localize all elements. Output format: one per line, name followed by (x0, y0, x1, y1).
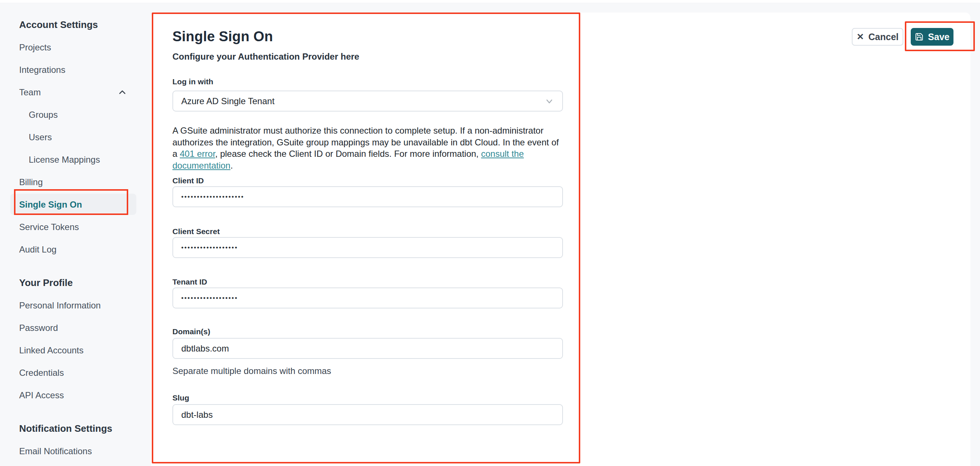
domains-helper-text: Separate multiple domains with commas (172, 366, 331, 376)
slug-label: Slug (172, 393, 189, 402)
tenant-id-value: •••••••••••••••••• (181, 295, 238, 302)
tenant-id-field[interactable]: •••••••••••••••••• (172, 287, 563, 309)
sidebar-item-email-notifications[interactable]: Email Notifications (0, 440, 151, 462)
domains-label: Domain(s) (172, 327, 210, 336)
client-secret-label: Client Secret (172, 227, 220, 236)
sidebar-item-audit-log[interactable]: Audit Log (0, 238, 151, 261)
client-secret-value: •••••••••••••••••• (181, 244, 238, 251)
link-401-error[interactable]: 401 error (180, 149, 215, 159)
sidebar-item-billing[interactable]: Billing (0, 171, 151, 193)
sidebar-section-notification-settings: Notification Settings (0, 417, 151, 440)
slug-field[interactable]: dbt-labs (172, 404, 563, 425)
sidebar-item-integrations[interactable]: Integrations (0, 59, 151, 81)
sidebar-item-api-access[interactable]: API Access (0, 384, 151, 406)
save-button[interactable]: Save (911, 28, 953, 46)
sidebar-item-groups[interactable]: Groups (0, 103, 151, 126)
domains-field[interactable]: dbtlabs.com (172, 338, 563, 359)
chevron-up-icon (118, 88, 127, 97)
provider-note: A GSuite administrator must authorize th… (172, 125, 565, 171)
sidebar-item-credentials[interactable]: Credentials (0, 361, 151, 384)
sidebar-item-service-tokens[interactable]: Service Tokens (0, 216, 151, 238)
settings-sidebar: Account Settings Projects Integrations T… (0, 4, 151, 466)
client-secret-field[interactable]: •••••••••••••••••• (172, 237, 563, 258)
login-with-label: Log in with (172, 77, 213, 86)
sidebar-section-account-settings: Account Settings (0, 14, 151, 36)
domains-value: dbtlabs.com (181, 344, 229, 354)
sidebar-item-team[interactable]: Team (0, 81, 151, 103)
sidebar-item-users[interactable]: Users (0, 126, 151, 148)
tenant-id-label: Tenant ID (172, 277, 207, 286)
single-sign-on-panel: Single Sign On Configure your Authentica… (151, 13, 970, 466)
sidebar-item-linked-accounts[interactable]: Linked Accounts (0, 339, 151, 361)
slug-value: dbt-labs (181, 410, 213, 420)
sidebar-item-single-sign-on[interactable]: Single Sign On (0, 193, 151, 216)
cancel-button[interactable]: ✕ Cancel (852, 28, 904, 46)
cancel-button-label: Cancel (869, 32, 899, 42)
save-icon (915, 32, 924, 41)
section-title: Account Settings (19, 19, 98, 30)
account-settings-page: Account Settings Projects Integrations T… (0, 4, 980, 466)
client-id-label: Client ID (172, 176, 204, 185)
sidebar-item-password[interactable]: Password (0, 317, 151, 339)
sidebar-item-license-mappings[interactable]: License Mappings (0, 148, 151, 171)
note-text: . (230, 160, 233, 170)
section-title: Your Profile (19, 277, 73, 288)
top-header-strip (0, 0, 980, 3)
sidebar-section-your-profile: Your Profile (0, 272, 151, 294)
close-icon: ✕ (857, 32, 864, 41)
login-with-value: Azure AD Single Tenant (181, 96, 274, 106)
page-title: Single Sign On (172, 29, 273, 44)
client-id-field[interactable]: •••••••••••••••••••• (172, 186, 563, 207)
section-title: Notification Settings (19, 423, 112, 434)
login-with-select[interactable]: Azure AD Single Tenant (172, 90, 563, 111)
client-id-value: •••••••••••••••••••• (181, 193, 244, 201)
sidebar-item-personal-information[interactable]: Personal Information (0, 294, 151, 317)
chevron-down-icon (544, 97, 554, 106)
save-button-label: Save (928, 32, 950, 42)
page-subtitle: Configure your Authentication Provider h… (172, 52, 359, 62)
note-text: , please check the Client ID or Domain f… (215, 149, 481, 159)
sidebar-item-projects[interactable]: Projects (0, 36, 151, 59)
